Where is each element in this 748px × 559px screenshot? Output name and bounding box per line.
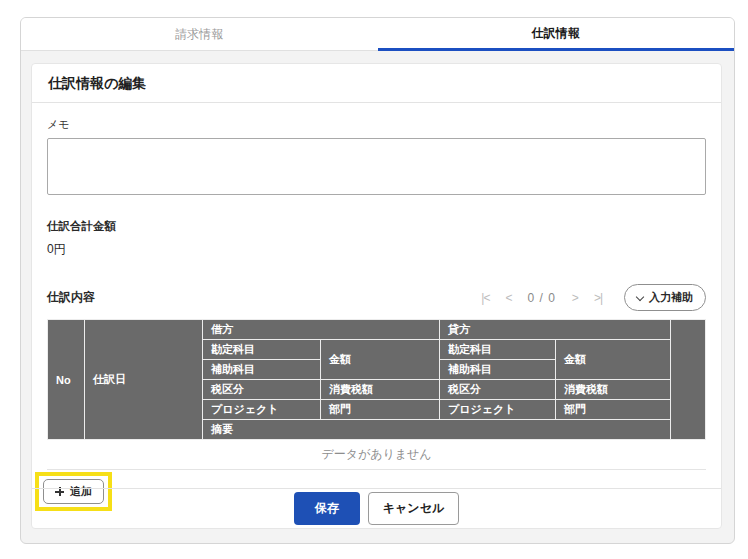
col-header-debit-taxamount: 消費税額: [321, 380, 440, 400]
col-header-date: 仕訳日: [85, 320, 203, 440]
journal-edit-dialog: 請求情報 仕訳情報 仕訳情報の編集 メモ 仕訳合計金額 0円 仕訳内容 |< <…: [20, 17, 735, 544]
col-header-debit-department: 部門: [321, 400, 440, 420]
pagination: |< < 0 / 0 > >|: [481, 291, 602, 305]
last-page-icon[interactable]: >|: [594, 291, 602, 305]
table-row: No 仕訳日 借方 貸方: [48, 320, 706, 340]
col-header-credit-department: 部門: [556, 400, 671, 420]
page-title: 仕訳情報の編集: [32, 64, 721, 103]
journal-content-label: 仕訳内容: [47, 289, 95, 306]
col-header-summary: 摘要: [203, 420, 671, 440]
col-header-debit-taxclass: 税区分: [203, 380, 321, 400]
journal-content-bar: 仕訳内容 |< < 0 / 0 > >| 入力補助: [47, 284, 706, 311]
card-body: メモ 仕訳合計金額 0円 仕訳内容 |< < 0 / 0 > >| 入力補助: [32, 103, 721, 511]
chevron-down-icon: [636, 292, 644, 300]
col-header-credit-account: 勘定科目: [440, 340, 556, 360]
journal-table: No 仕訳日 借方 貸方 勘定科目 金額 勘定科目 金額 補助科目 補: [47, 319, 706, 440]
col-header-debit-amount: 金額: [321, 340, 440, 380]
col-header-debit: 借方: [203, 320, 440, 340]
col-header-credit-amount: 金額: [556, 340, 671, 380]
no-data-message: データがありません: [47, 440, 706, 470]
tab-invoice-info[interactable]: 請求情報: [21, 18, 378, 51]
page-counter: 0 / 0: [528, 291, 556, 305]
journal-total-block: 仕訳合計金額 0円: [47, 219, 706, 258]
tab-journal-info[interactable]: 仕訳情報: [378, 18, 735, 51]
journal-edit-card: 仕訳情報の編集 メモ 仕訳合計金額 0円 仕訳内容 |< < 0 / 0 > >…: [31, 63, 722, 529]
col-header-debit-subaccount: 補助科目: [203, 360, 321, 380]
journal-total-value: 0円: [47, 241, 706, 258]
cancel-button[interactable]: キャンセル: [368, 492, 459, 525]
col-header-credit-taxamount: 消費税額: [556, 380, 671, 400]
first-page-icon[interactable]: |<: [481, 291, 489, 305]
journal-total-label: 仕訳合計金額: [47, 219, 706, 234]
prev-page-icon[interactable]: <: [505, 291, 511, 305]
col-header-debit-project: プロジェクト: [203, 400, 321, 420]
tab-bar: 請求情報 仕訳情報: [21, 18, 734, 51]
col-header-no: No: [48, 320, 85, 440]
save-button[interactable]: 保存: [294, 492, 360, 525]
next-page-icon[interactable]: >: [572, 291, 578, 305]
memo-input[interactable]: [47, 138, 706, 195]
memo-label: メモ: [47, 117, 706, 132]
input-assist-label: 入力補助: [649, 290, 693, 305]
col-header-actions: [671, 320, 706, 440]
col-header-credit-subaccount: 補助科目: [440, 360, 556, 380]
dialog-footer: 保存 キャンセル: [32, 488, 721, 528]
col-header-debit-account: 勘定科目: [203, 340, 321, 360]
col-header-credit: 貸方: [440, 320, 671, 340]
col-header-credit-project: プロジェクト: [440, 400, 556, 420]
input-assist-button[interactable]: 入力補助: [624, 284, 706, 311]
col-header-credit-taxclass: 税区分: [440, 380, 556, 400]
